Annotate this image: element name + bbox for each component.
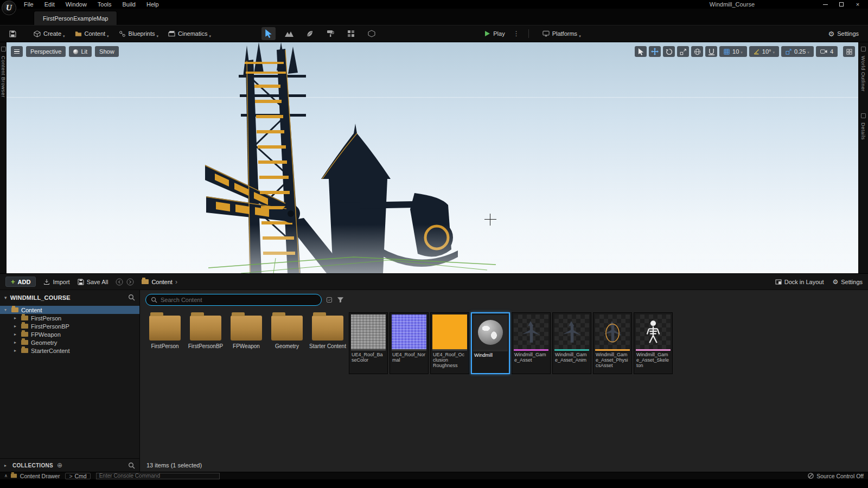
blueprints-button[interactable]: Blueprints ▾ — [114, 27, 163, 41]
asset-tile-normal[interactable]: UE4_Roof_Normal — [390, 312, 429, 374]
chevron-down-icon[interactable]: ▾ — [4, 307, 9, 312]
source-control-status[interactable]: Source Control Off — [808, 473, 864, 479]
play-options-button[interactable]: ⋮ — [513, 30, 520, 37]
tree-item-startercontent[interactable]: ▸ StarterContent — [0, 346, 139, 355]
add-button[interactable]: + ADD — [5, 277, 36, 287]
unreal-logo-icon[interactable]: U — [2, 1, 16, 15]
world-outliner-edge-tab[interactable]: World Outliner — [860, 56, 866, 92]
save-all-button[interactable]: Save All — [78, 279, 108, 285]
mesh-paint-mode-button[interactable] — [323, 27, 337, 40]
filter-button[interactable] — [337, 297, 344, 303]
add-label: ADD — [18, 279, 31, 285]
foliage-mode-button[interactable] — [303, 27, 317, 40]
perspective-button[interactable]: Perspective — [26, 46, 66, 57]
play-button[interactable]: Play — [479, 27, 509, 41]
search-content-input[interactable] — [161, 297, 316, 303]
close-button[interactable]: × — [850, 1, 866, 9]
back-button[interactable] — [116, 278, 123, 286]
play-icon — [484, 30, 490, 37]
scale-snap-button[interactable]: 0.25 ▾ — [781, 46, 814, 57]
search-collections-button[interactable] — [128, 462, 135, 469]
chevron-right-icon[interactable]: ▸ — [14, 332, 18, 337]
folder-icon — [231, 316, 262, 341]
chevron-right-icon[interactable]: ▸ — [14, 348, 18, 353]
asset-tile-windmill-level[interactable]: Windmill — [471, 312, 510, 374]
move-tool-button[interactable] — [649, 46, 661, 57]
toolbar-settings-button[interactable]: ⚙ Settings — [824, 27, 864, 41]
folder-tile-firstpersonbp[interactable]: FirstPersonBP — [186, 312, 225, 374]
platforms-button[interactable]: Platforms ▾ — [538, 27, 586, 41]
add-collection-icon[interactable]: ⊕ — [57, 461, 62, 469]
asset-tile-basecolor[interactable]: UE4_Roof_BaseColor — [349, 312, 388, 374]
chevron-right-icon[interactable]: ▸ — [14, 340, 18, 345]
tree-item-firstpersonbp[interactable]: ▸ FirstPersonBP — [0, 322, 139, 330]
asset-tile-game-asset-skeleton[interactable]: Windmill_Game_Asset_Skeleton — [634, 312, 673, 374]
content-browser-settings-button[interactable]: ⚙ Settings — [832, 278, 863, 286]
sources-header[interactable]: ▾ WINDMILL_COURSE — [0, 290, 139, 305]
breadcrumb[interactable]: Content › — [142, 278, 177, 286]
tree-item-fpweapon[interactable]: ▸ FPWeapon — [0, 330, 139, 338]
asset-tile-game-asset[interactable]: Windmill_Game_Asset — [512, 312, 551, 374]
platforms-label: Platforms — [552, 30, 577, 37]
asset-tile-occlusion-roughness[interactable]: UE4_Roof_Occlusion Roughness — [430, 312, 469, 374]
folder-tile-startercontent[interactable]: Starter Content — [308, 312, 347, 374]
show-button[interactable]: Show — [95, 46, 119, 57]
surface-snap-button[interactable] — [705, 46, 717, 57]
select-mode-button[interactable] — [261, 27, 276, 40]
tree-item-content[interactable]: ▾ Content — [0, 306, 139, 314]
rotate-tool-button[interactable] — [663, 46, 675, 57]
scale-tool-button[interactable] — [677, 46, 689, 57]
maximize-button[interactable] — [833, 1, 850, 9]
chevron-right-icon[interactable]: ▸ — [14, 324, 18, 329]
import-button[interactable]: Import — [43, 279, 69, 285]
world-space-toggle-button[interactable] — [691, 46, 703, 57]
forward-button[interactable] — [126, 278, 134, 286]
menu-edit[interactable]: Edit — [44, 1, 55, 8]
brush-editing-mode-button[interactable] — [365, 27, 379, 40]
tab-level[interactable]: FirstPersonExampleMap — [34, 11, 117, 25]
folder-tile-firstperson[interactable]: FirstPerson — [145, 312, 184, 374]
content-button[interactable]: Content ▾ — [70, 27, 114, 41]
tree-item-geometry[interactable]: ▸ Geometry — [0, 338, 139, 346]
folder-tile-fpweapon[interactable]: FPWeapon — [227, 312, 266, 374]
cinematics-button[interactable]: Cinematics ▾ — [163, 27, 216, 41]
asset-tile-game-asset-physics[interactable]: Windmill_Game_Asset_PhysicsAsset — [593, 312, 632, 374]
search-content-box[interactable] — [145, 294, 322, 306]
maximize-viewport-button[interactable] — [843, 46, 855, 57]
save-search-button[interactable] — [326, 297, 333, 303]
menu-build[interactable]: Build — [123, 1, 136, 8]
search-paths-button[interactable] — [128, 294, 135, 301]
cmd-selector[interactable]: > Cmd — [65, 473, 90, 479]
menu-tools[interactable]: Tools — [98, 1, 112, 8]
rotation-snap-button[interactable]: 10° ▾ — [749, 46, 779, 57]
dock-in-layout-button[interactable]: Dock in Layout — [775, 279, 824, 285]
console-command-input[interactable] — [96, 473, 220, 479]
collections-bar[interactable]: ▸ COLLECTIONS ⊕ — [0, 458, 139, 472]
lit-button[interactable]: Lit — [69, 46, 92, 57]
content-browser-edge-tab[interactable]: Content Browser — [1, 56, 7, 98]
menu-window[interactable]: Window — [66, 1, 87, 8]
grid-snap-button[interactable]: 10 ▾ — [719, 46, 747, 57]
level-viewport[interactable]: Perspective Lit Show — [7, 42, 858, 273]
tree-item-label: FirstPerson — [31, 315, 61, 322]
save-level-button[interactable] — [4, 27, 21, 41]
create-button[interactable]: Create ▾ — [29, 27, 70, 41]
tree-item-firstperson[interactable]: ▸ FirstPerson — [0, 314, 139, 322]
camera-speed-button[interactable]: 4 — [816, 46, 838, 57]
fracture-mode-button[interactable] — [344, 27, 358, 40]
content-drawer-button[interactable]: ∧ Content Drawer — [4, 473, 60, 479]
select-tool-button[interactable] — [635, 46, 647, 57]
texture-thumbnail — [432, 314, 467, 349]
asset-tile-game-asset-anim[interactable]: Windmill_Game_Asset_Anim — [552, 312, 591, 374]
chevron-right-icon[interactable]: ▸ — [14, 316, 18, 320]
editor-modes-group — [261, 27, 379, 40]
menu-help[interactable]: Help — [146, 1, 159, 8]
minimize-button[interactable] — [817, 1, 833, 9]
landscape-mode-button[interactable] — [282, 27, 296, 40]
details-edge-tab[interactable]: Details — [860, 123, 866, 140]
tab-bar: FirstPersonExampleMap — [0, 9, 868, 25]
folder-tile-geometry[interactable]: Geometry — [267, 312, 307, 374]
menu-file[interactable]: File — [24, 1, 34, 8]
viewport-options-button[interactable] — [11, 46, 23, 57]
move-icon — [651, 48, 659, 55]
